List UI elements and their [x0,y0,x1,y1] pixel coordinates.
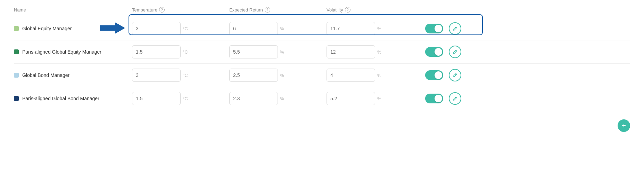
toggle-track [425,24,443,33]
expected-return-unit: % [280,49,288,55]
edit-button[interactable] [449,69,461,81]
toggle-thumb [435,48,442,56]
edit-button[interactable] [449,22,461,35]
toggle-switch[interactable] [425,94,443,103]
temperature-input-group: °C [132,45,229,58]
row-name-cell: Paris-aligned Global Bond Manager [14,96,132,101]
svg-line-1 [455,27,456,29]
temperature-input[interactable] [132,69,181,82]
edit-cell [445,46,465,58]
row-name-cell: Global Bond Manager [14,72,132,78]
edit-cell [445,22,465,35]
temperature-input-group: °C [132,69,229,82]
manager-name: Paris-aligned Global Bond Manager [22,96,99,101]
temperature-input[interactable] [132,45,181,58]
temperature-unit: °C [183,26,191,31]
toggle-thumb [435,95,442,102]
bottom-bar: + [14,110,630,132]
manager-name: Global Equity Manager [22,26,72,31]
expected-return-input-group: % [229,22,327,35]
header-volatility: Volatility ? [327,7,424,13]
temperature-unit: °C [183,73,191,78]
svg-line-4 [455,97,456,99]
edit-cell [445,69,465,81]
toggle-thumb [435,71,442,79]
toggle-track [425,94,443,103]
volatility-input[interactable] [327,45,375,58]
toggle-switch[interactable] [425,47,443,57]
row-name-cell: Paris-aligned Global Equity Manager [14,49,132,55]
color-indicator [14,96,19,101]
table-row: Paris-aligned Global Bond Manager °C % % [14,87,630,110]
toggle-track [425,47,443,57]
temperature-info-icon[interactable]: ? [159,7,165,13]
table-header: Name Temperature ? Expected Return ? Vol… [14,7,630,17]
toggle-thumb [435,25,442,32]
toggle-cell [424,47,445,57]
expected-return-unit: % [280,73,288,78]
edit-button[interactable] [449,46,461,58]
volatility-unit: % [377,49,386,55]
expected-return-input-group: % [229,69,327,82]
expected-return-unit: % [280,96,288,101]
expected-return-input[interactable] [229,69,278,82]
volatility-unit: % [377,26,386,31]
expected-return-input[interactable] [229,45,278,58]
svg-line-3 [455,74,456,75]
svg-line-2 [455,51,456,52]
volatility-info-icon[interactable]: ? [345,7,350,13]
add-button[interactable]: + [618,119,630,132]
volatility-input[interactable] [327,69,375,82]
volatility-input-group: % [327,45,424,58]
temperature-input[interactable] [132,22,181,35]
edit-cell [445,92,465,105]
manager-name: Paris-aligned Global Equity Manager [22,49,101,55]
edit-button[interactable] [449,92,461,105]
header-expected-return: Expected Return ? [229,7,327,13]
volatility-input[interactable] [327,92,375,105]
volatility-input-group: % [327,92,424,105]
volatility-input[interactable] [327,22,375,35]
expected-return-input-group: % [229,92,327,105]
temperature-input[interactable] [132,92,181,105]
table-row: Global Bond Manager °C % % [14,64,630,87]
expected-return-unit: % [280,26,288,31]
toggle-cell [424,24,445,33]
toggle-track [425,70,443,80]
color-indicator [14,26,19,31]
toggle-cell [424,70,445,80]
toggle-switch[interactable] [425,24,443,33]
temperature-input-group: °C [132,22,229,35]
expected-return-info-icon[interactable]: ? [265,7,270,13]
volatility-unit: % [377,96,386,101]
volatility-input-group: % [327,69,424,82]
header-name: Name [14,7,132,13]
expected-return-input[interactable] [229,92,278,105]
header-temperature: Temperature ? [132,7,229,13]
toggle-cell [424,94,445,103]
expected-return-input-group: % [229,45,327,58]
toggle-switch[interactable] [425,70,443,80]
expected-return-input[interactable] [229,22,278,35]
manager-name: Global Bond Manager [22,72,69,78]
color-indicator [14,73,19,78]
temperature-unit: °C [183,49,191,55]
table-row: Paris-aligned Global Equity Manager °C %… [14,40,630,64]
temperature-input-group: °C [132,92,229,105]
row-name-cell: Global Equity Manager [14,26,132,31]
main-table: Name Temperature ? Expected Return ? Vol… [0,0,644,189]
color-indicator [14,49,19,54]
volatility-input-group: % [327,22,424,35]
temperature-unit: °C [183,96,191,101]
table-row: Global Equity Manager °C % % [14,17,630,40]
volatility-unit: % [377,73,386,78]
